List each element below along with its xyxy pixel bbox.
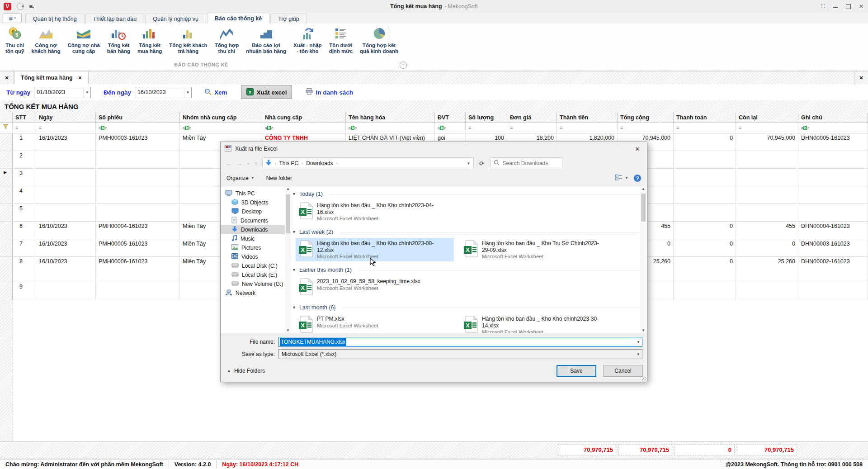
export-excel-button[interactable]: x Xuất excel <box>241 85 292 99</box>
close-right-button[interactable]: ✕ <box>854 71 868 84</box>
ribbon-tab-quan-tri-he-thong[interactable]: Quản trị hệ thống <box>25 14 85 24</box>
ribbon-item-tong-ket-ban-hang[interactable]: Tổng kếtbán hàng <box>104 24 134 54</box>
sidebar-item-this-pc[interactable]: This PC <box>221 189 285 198</box>
column-header-so-phieu[interactable]: Số phiếu <box>96 113 180 123</box>
forward-icon[interactable]: → <box>236 160 244 167</box>
cell-thanh-toan[interactable] <box>674 204 736 222</box>
filter-cell-thanh-toan[interactable]: = <box>674 123 736 133</box>
file-group-header[interactable]: ▼ Last week (2) <box>292 227 640 237</box>
cell-ngay[interactable]: 16/10/2023 <box>36 133 96 151</box>
cell-ngay[interactable] <box>36 204 96 222</box>
filter-cell-ghi-chu[interactable]: abc <box>798 123 868 133</box>
cell-so-phieu[interactable] <box>96 282 180 300</box>
cell-ghi-chu[interactable] <box>798 169 868 186</box>
from-date-input[interactable]: 01/10/2023▼ <box>34 87 91 98</box>
filter-cell-vt[interactable]: abc <box>435 123 466 133</box>
filter-cell-so-phieu[interactable]: abc <box>96 123 180 133</box>
cell-so-phieu[interactable]: PMH00004-161023 <box>96 222 180 239</box>
cell-thanh-toan[interactable] <box>674 186 736 204</box>
filter-cell-nhom-nha-cung-cap[interactable]: abc <box>180 123 262 133</box>
filelist-scrollbar[interactable]: ▲▼ <box>640 186 646 333</box>
cell-con-lai[interactable]: 0 <box>736 239 798 257</box>
cell-stt[interactable]: 6 <box>13 222 36 239</box>
filter-cell-tong-cong[interactable]: = <box>618 123 674 133</box>
cell-ngay[interactable] <box>36 186 96 204</box>
filter-cell-so-luong[interactable]: = <box>466 123 507 133</box>
chevron-down-icon[interactable]: ▼ <box>635 340 642 344</box>
address-dropdown-icon[interactable]: ▼ <box>467 161 471 166</box>
dialog-close-icon[interactable]: ✕ <box>628 142 647 156</box>
breadcrumb-downloads[interactable]: Downloads <box>306 160 333 166</box>
column-header-so-luong[interactable]: Số lượng <box>466 113 507 123</box>
cell-stt[interactable]: 7 <box>13 239 36 257</box>
chevron-down-icon[interactable]: ▼ <box>184 87 191 98</box>
file-item[interactable]: X Hàng tồn kho ban đầu _ Kho Kho chính20… <box>461 313 619 333</box>
view-mode-button[interactable]: ▼ <box>615 175 628 182</box>
cell-ghi-chu[interactable]: DHN00004-161023 <box>798 222 868 239</box>
search-box[interactable]: Search Downloads <box>490 157 562 169</box>
ribbon-item-cong-no-khach-hang[interactable]: Công nợkhách hàng <box>28 24 64 54</box>
file-group-header[interactable]: ▼ Today (1) <box>292 189 640 199</box>
cell-stt[interactable]: 1 <box>13 133 36 151</box>
history-chevron-icon[interactable]: ▾ <box>246 161 250 166</box>
sidebar-item-downloads[interactable]: Downloads <box>221 225 285 234</box>
chevron-down-icon[interactable]: ▼ <box>83 87 90 98</box>
close-window-icon[interactable]: ✕ <box>859 4 863 9</box>
column-header-ngay[interactable]: Ngày <box>36 113 96 123</box>
cell-thanh-toan[interactable] <box>674 282 736 300</box>
cell-stt[interactable]: 5 <box>13 204 36 222</box>
column-header-tong-cong[interactable]: Tổng cộng <box>618 113 674 123</box>
cell-con-lai[interactable] <box>736 151 798 169</box>
cell-ngay[interactable]: 16/10/2023 <box>36 257 96 282</box>
cell-so-phieu[interactable] <box>96 186 180 204</box>
cell-con-lai[interactable] <box>736 204 798 222</box>
help-icon[interactable]: ? <box>634 175 641 182</box>
print-button[interactable]: In danh sách <box>306 88 353 96</box>
sidebar-item-network[interactable]: Network <box>221 289 285 298</box>
column-header-ghi-chu[interactable]: Ghi chú <box>798 113 868 123</box>
ribbon-tab-bao-cao-thong-ke[interactable]: Báo cáo thống kê <box>207 13 269 24</box>
cell-so-phieu[interactable] <box>96 151 180 169</box>
ribbon-item-tong-ket-mua-hang[interactable]: Tổng kếtmua hàng <box>134 24 165 54</box>
column-header-thanh-tien[interactable]: Thành tiền <box>557 113 618 123</box>
cell-stt[interactable]: 8 <box>13 257 36 282</box>
cell-ghi-chu[interactable]: DHN00002-161023 <box>798 257 868 282</box>
ribbon-tab-thiet-lap-ban-au[interactable]: Thiết lập ban đầu <box>85 14 145 24</box>
filter-cell-ten-hang-hoa[interactable]: abc <box>346 123 435 133</box>
cell-ngay[interactable] <box>36 169 96 186</box>
ribbon-item-ton-duoi-inh-muc[interactable]: Tồn dướiđịnh mức <box>326 24 356 54</box>
sidebar-item-videos[interactable]: Videos <box>221 252 285 261</box>
filter-cell-thanh-tien[interactable]: = <box>557 123 618 133</box>
save-button[interactable]: Save <box>557 365 596 377</box>
cell-stt[interactable]: 3 <box>13 169 36 186</box>
cell-ngay[interactable]: 16/10/2023 <box>36 222 96 239</box>
address-bar[interactable]: ›This PC ›Downloads › ▼ <box>262 157 474 169</box>
breadcrumb-this-pc[interactable]: This PC <box>279 160 299 166</box>
chevron-down-icon[interactable]: ▼ <box>635 352 642 356</box>
sidebar-item-3d-objects[interactable]: 3D Objects <box>221 198 285 207</box>
refresh-icon[interactable]: ⟳ <box>476 157 487 169</box>
cell-thanh-toan[interactable]: 0 <box>674 222 736 239</box>
to-date-input[interactable]: 16/10/2023▼ <box>135 87 192 98</box>
cell-ghi-chu[interactable]: DHN00003-161023 <box>798 239 868 257</box>
cell-ngay[interactable] <box>36 282 96 300</box>
filter-cell-ngay[interactable]: = <box>36 123 96 133</box>
ribbon-item-thu-chi-ton-quy[interactable]: €$ Thu chitồn quỹ <box>2 24 28 54</box>
cell-con-lai[interactable] <box>736 169 798 186</box>
ribbon-item-cong-no-nha-cung-cap[interactable]: Công nợ nhàcung cấp <box>64 24 103 54</box>
cell-ngay[interactable]: 16/10/2023 <box>36 239 96 257</box>
cell-thanh-toan[interactable] <box>674 151 736 169</box>
column-header-thanh-toan[interactable]: Thanh toán <box>674 113 736 123</box>
ribbon-item-xuat-nhap-ton-kho[interactable]: Xuất - nhập- tồn kho <box>290 24 326 54</box>
ribbon-tab-quan-ly-nghiep-vu[interactable]: Quản lý nghiệp vụ <box>145 14 206 24</box>
file-group-header[interactable]: ▼ Last month (6) <box>292 303 640 313</box>
sidebar-item-new-volume-g[interactable]: New Volume (G:) <box>221 280 285 289</box>
ribbon-item-tong-hop-thu-chi[interactable]: Tổng hợpthu chi <box>211 24 243 54</box>
file-item[interactable]: X Hàng tồn kho ban đầu _ Kho Trụ Sở Chín… <box>461 238 619 261</box>
cell-ghi-chu[interactable] <box>798 204 868 222</box>
sidebar-item-pictures[interactable]: Pictures <box>221 243 285 252</box>
sidebar-item-local-disk-e[interactable]: Local Disk (E:) <box>221 270 285 280</box>
column-header-vt[interactable]: ĐVT <box>435 113 466 123</box>
cell-stt[interactable]: 4 <box>13 186 36 204</box>
save-type-select[interactable]: Microsoft Excel (*.xlsx) ▼ <box>278 349 642 359</box>
